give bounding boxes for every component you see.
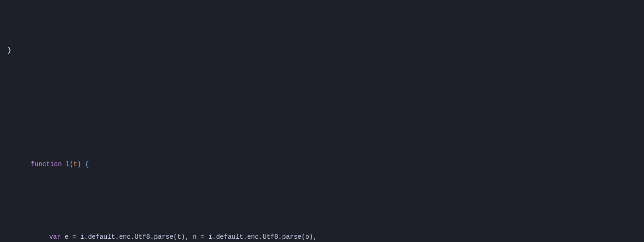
code-line-3: function l(t) { [0,149,644,180]
code-line-2 [0,97,644,107]
code-viewer: } function l(t) { var e = i.default.enc.… [0,4,644,242]
code-line-1: } [0,45,644,56]
code-line-4: var e = i.default.enc.Utf8.parse(t), n =… [0,221,644,242]
